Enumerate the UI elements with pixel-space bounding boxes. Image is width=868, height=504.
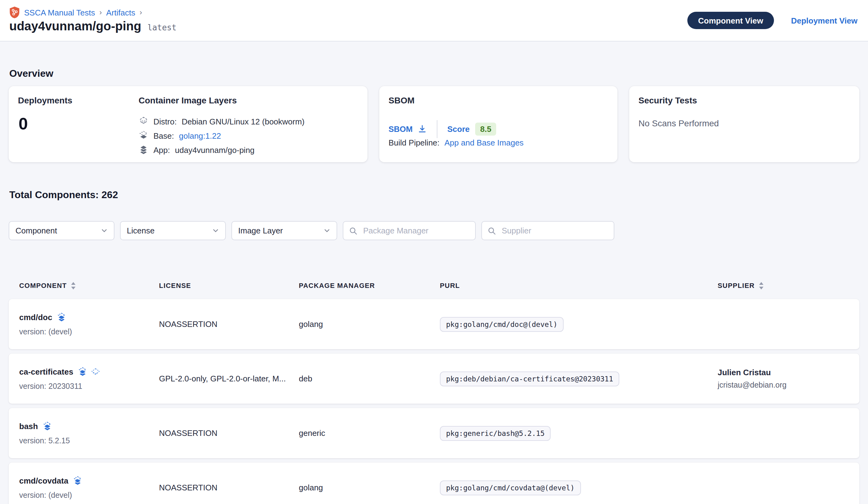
sbom-card: SBOM SBOM Score 8.5 Build Pipeline: App … <box>379 86 618 162</box>
table-header: COMPONENT LICENSE PACKAGE MANAGER PURL S… <box>9 280 859 291</box>
purl-cell: pkg:golang/cmd/covdata@(devel) <box>440 480 718 495</box>
app-layer-icon <box>43 421 52 431</box>
supplier-cell: Julien Cristau jcristau@debian.org <box>718 368 849 390</box>
purl-cell: pkg:generic/bash@5.2.15 <box>440 426 718 441</box>
distro-layer-icon <box>138 117 148 126</box>
build-pipeline-link[interactable]: App and Base Images <box>445 138 524 147</box>
app-layer-icon <box>78 367 87 376</box>
sort-icon[interactable] <box>71 281 76 290</box>
component-name: bash <box>19 421 38 431</box>
search-box-package-manager <box>343 221 476 240</box>
package-manager-cell: deb <box>299 374 440 383</box>
package-manager-cell: golang <box>299 320 440 329</box>
image-layers-list: Distro: Debian GNU/Linux 12 (bookworm) B… <box>138 117 305 155</box>
table-row[interactable]: cmd/doc version: (devel) NOASSERTION gol… <box>9 299 859 349</box>
security-tests-status: No Scans Performed <box>639 118 719 128</box>
base-layer-icon <box>138 131 148 141</box>
table-row[interactable]: bash version: 5.2.15 NOASSERTION generic… <box>9 408 859 458</box>
component-version: version: 5.2.15 <box>19 436 159 445</box>
distro-value: Debian GNU/Linux 12 (bookworm) <box>182 117 304 126</box>
breadcrumb: SSCA Manual Tests › Artifacts › <box>9 6 142 19</box>
view-toggle: Component View Deployment View <box>688 0 857 41</box>
total-components-heading: Total Components: 262 <box>9 190 118 201</box>
purl-chip[interactable]: pkg:golang/cmd/doc@(devel) <box>440 317 564 332</box>
component-version: version: 20230311 <box>19 382 159 390</box>
chevron-down-icon <box>323 227 330 234</box>
page-header: SSCA Manual Tests › Artifacts › uday4vun… <box>0 0 868 41</box>
component-name: cmd/covdata <box>19 476 68 485</box>
ssca-artifact-page: SSCA Manual Tests › Artifacts › uday4vun… <box>0 0 868 504</box>
page-title: uday4vunnam/go-ping <box>9 19 141 33</box>
license-cell: NOASSERTION <box>159 320 299 329</box>
component-cell: cmd/covdata version: (devel) <box>19 476 159 500</box>
search-input-supplier[interactable] <box>500 225 608 236</box>
component-view-button[interactable]: Component View <box>688 12 774 29</box>
supplier-email: jcristau@debian.org <box>718 381 849 390</box>
sbom-card-title: SBOM <box>389 95 414 105</box>
security-tests-title: Security Tests <box>639 95 697 105</box>
security-tests-card: Security Tests No Scans Performed <box>629 86 859 162</box>
overview-heading: Overview <box>9 68 53 79</box>
component-cell: bash version: 5.2.15 <box>19 421 159 445</box>
deployments-layers-card: Deployments 0 Container Image Layers Dis… <box>9 86 368 162</box>
distro-label: Distro: <box>153 117 177 126</box>
filter-dropdown-component[interactable]: Component <box>9 221 114 240</box>
layer-icons <box>43 421 52 431</box>
purl-chip[interactable]: pkg:generic/bash@5.2.15 <box>440 426 551 441</box>
title-row: uday4vunnam/go-ping latest <box>9 19 177 33</box>
breadcrumb-separator: › <box>99 8 102 17</box>
column-header-supplier[interactable]: SUPPLIER <box>718 280 849 291</box>
base-layer-row: Base: golang:1.22 <box>138 131 305 141</box>
column-header-license: LICENSE <box>159 280 299 291</box>
sbom-score-link[interactable]: Score <box>447 124 469 134</box>
component-cell: cmd/doc version: (devel) <box>19 312 159 336</box>
package-manager-cell: golang <box>299 483 440 492</box>
purl-cell: pkg:golang/cmd/doc@(devel) <box>440 317 718 332</box>
column-header-component[interactable]: COMPONENT <box>19 280 159 291</box>
distro-layer-row: Distro: Debian GNU/Linux 12 (bookworm) <box>138 117 305 126</box>
purl-chip[interactable]: pkg:deb/debian/ca-certificates@20230311 <box>440 371 619 386</box>
sbom-download-link[interactable]: SBOM <box>389 124 413 134</box>
app-value: uday4vunnam/go-ping <box>175 145 255 154</box>
download-icon[interactable] <box>417 124 427 134</box>
breadcrumb-separator: › <box>140 8 142 17</box>
breadcrumb-link-artifacts[interactable]: Artifacts <box>106 8 135 17</box>
app-layer-icon <box>73 476 83 485</box>
deployments-count: 0 <box>19 114 28 134</box>
layer-icons <box>78 367 101 376</box>
search-input-package-manager[interactable] <box>362 225 469 236</box>
app-layer-icon <box>57 312 66 322</box>
filter-dropdown-license[interactable]: License <box>120 221 226 240</box>
component-cell: ca-certificates version: 20230311 <box>19 367 159 390</box>
layer-icons <box>57 312 66 322</box>
table-row[interactable]: ca-certificates version: 20230311 GPL-2.… <box>9 354 859 404</box>
component-name: ca-certificates <box>19 367 73 376</box>
chevron-down-icon <box>212 227 219 234</box>
deployment-view-link[interactable]: Deployment View <box>791 16 857 25</box>
layer-icons <box>73 476 83 485</box>
components-table: cmd/doc version: (devel) NOASSERTION gol… <box>9 299 859 504</box>
sbom-actions-row: SBOM Score 8.5 <box>389 120 496 138</box>
sort-icon[interactable] <box>758 281 764 290</box>
search-icon <box>487 226 496 235</box>
column-header-purl: PURL <box>440 280 718 291</box>
filter-dropdown-image-layer[interactable]: Image Layer <box>231 221 337 240</box>
sbom-score-badge: 8.5 <box>475 123 496 135</box>
divider <box>437 120 437 138</box>
app-layer-icon <box>138 145 148 155</box>
build-pipeline-row: Build Pipeline: App and Base Images <box>389 138 524 147</box>
base-label: Base: <box>153 131 174 140</box>
search-icon <box>349 226 358 235</box>
base-layer-icon <box>91 367 101 376</box>
base-image-link[interactable]: golang:1.22 <box>179 131 221 140</box>
table-row[interactable]: cmd/covdata version: (devel) NOASSERTION… <box>9 463 859 504</box>
app-layer-row: App: uday4vunnam/go-ping <box>138 145 305 155</box>
license-cell: GPL-2.0-only, GPL-2.0-or-later, M... <box>159 374 299 383</box>
chevron-down-icon <box>101 227 108 234</box>
component-version: version: (devel) <box>19 327 159 336</box>
deployments-label: Deployments <box>18 95 72 105</box>
overview-cards: Deployments 0 Container Image Layers Dis… <box>9 86 859 162</box>
purl-chip[interactable]: pkg:golang/cmd/covdata@(devel) <box>440 480 581 495</box>
license-cell: NOASSERTION <box>159 429 299 438</box>
breadcrumb-link-project[interactable]: SSCA Manual Tests <box>24 8 95 17</box>
